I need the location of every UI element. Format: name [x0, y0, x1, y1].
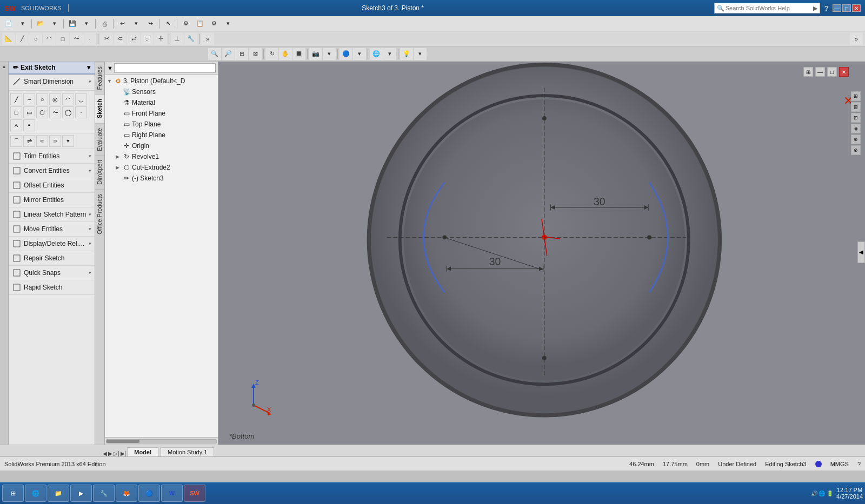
taskbar-ie[interactable]: 🌐	[25, 485, 46, 502]
float-btn-1[interactable]: ⊞	[851, 91, 861, 101]
offset-btn[interactable]: ⊂	[36, 135, 48, 147]
item-expand[interactable]: ▶	[116, 165, 122, 170]
centerline-tool-btn[interactable]: ┄	[23, 93, 35, 105]
tool-rapid-sketch[interactable]: Rapid Sketch	[9, 280, 95, 295]
undo-dropdown[interactable]: ▾	[130, 18, 143, 30]
viewport-minimize[interactable]: —	[815, 67, 825, 77]
mirror-sketch-btn[interactable]: ⇌	[23, 135, 35, 147]
view-orient[interactable]: 📷	[309, 48, 322, 60]
section-view[interactable]: 🌐	[370, 48, 383, 60]
tool-arrow[interactable]: ▾	[89, 270, 91, 275]
tool-arrow[interactable]: ▾	[89, 212, 91, 217]
tool-arrow[interactable]: ▾	[89, 226, 91, 232]
redo-button[interactable]: ↪	[144, 18, 157, 30]
close-button[interactable]: ✕	[852, 4, 861, 12]
tree-scrollbar[interactable]	[105, 437, 218, 445]
tool-offset-entities[interactable]: Offset Entities	[9, 178, 95, 193]
split-btn[interactable]: ✦	[62, 135, 74, 147]
viewport-restore[interactable]: □	[827, 67, 837, 77]
options-button[interactable]: ⚙	[208, 18, 221, 30]
tab-model[interactable]: Model	[127, 447, 158, 456]
zoom-sheet[interactable]: ⊠	[249, 48, 262, 60]
taskbar-files[interactable]: 📁	[48, 485, 69, 502]
tool-mirror-entities[interactable]: Mirror Entities	[9, 193, 95, 207]
arc-tool-btn[interactable]: ◠	[62, 93, 74, 105]
taskbar-tools[interactable]: 🔧	[93, 485, 115, 502]
pattern-icon[interactable]: ::	[141, 33, 154, 45]
spline-icon[interactable]: 〜	[70, 33, 83, 45]
search-go[interactable]: ▶	[813, 5, 817, 12]
tree-item[interactable]: ▶ ⬡ Cut-Extrude2	[105, 162, 218, 173]
relations-icon[interactable]: ⊥	[171, 33, 184, 45]
point-tool-btn[interactable]: ·	[75, 106, 87, 118]
zoom-in[interactable]: 🔍	[208, 48, 221, 60]
viewport-close[interactable]: ✕	[839, 67, 849, 77]
print-button[interactable]: 🖨	[98, 18, 111, 30]
tree-item[interactable]: ✛ Origin	[105, 140, 218, 151]
repair-icon[interactable]: 🔧	[184, 33, 197, 45]
circle2-tool-btn[interactable]: ◎	[49, 93, 61, 105]
tool-trim-entities[interactable]: Trim Entities ▾	[9, 149, 95, 164]
arc-icon[interactable]: ◠	[43, 33, 56, 45]
expand-btn[interactable]: »	[850, 33, 863, 45]
start-button[interactable]: ⊞	[2, 485, 24, 502]
tab-office[interactable]: Office Products	[95, 189, 104, 239]
undo-button[interactable]: ↩	[116, 18, 129, 30]
tool-arrow[interactable]: ▾	[89, 153, 91, 159]
rect-icon[interactable]: □	[56, 33, 69, 45]
scrollbar-thumb[interactable]	[107, 440, 139, 443]
line-icon[interactable]: ╱	[16, 33, 29, 45]
tab-add[interactable]: ▶|	[121, 451, 127, 456]
root-expand[interactable]: ▼	[107, 78, 114, 84]
help-icon[interactable]: ?	[824, 4, 828, 12]
tree-item[interactable]: 📡 Sensors	[105, 86, 218, 97]
tool-convert-entities[interactable]: Convert Entities ▾	[9, 164, 95, 178]
rect2-tool-btn[interactable]: ▭	[23, 106, 35, 118]
tab-features[interactable]: Features	[95, 62, 104, 94]
tool-quick-snaps[interactable]: Quick Snaps ▾	[9, 266, 95, 280]
tree-item[interactable]: ✏ (-) Sketch3	[105, 173, 218, 184]
select-button[interactable]: ↖	[162, 18, 175, 30]
taskbar-firefox[interactable]: 🦊	[116, 485, 137, 502]
float-btn-2[interactable]: ⊠	[851, 102, 861, 112]
taskbar-chrome[interactable]: 🔵	[138, 485, 160, 502]
display-style[interactable]: 🔵	[340, 48, 352, 60]
save-dropdown[interactable]: ▾	[80, 18, 93, 30]
exit-arrow[interactable]: ▾	[87, 64, 90, 71]
smart-dimension-tool[interactable]: Smart Dimension ▾	[9, 75, 95, 89]
polygon-tool-btn[interactable]: ⬡	[36, 106, 48, 118]
save-button[interactable]: 💾	[66, 18, 79, 30]
text-tool-btn[interactable]: A	[10, 119, 22, 131]
lights-dropdown[interactable]: ▾	[414, 48, 427, 60]
trim-icon[interactable]: ✂	[100, 33, 113, 45]
tree-item[interactable]: ▭ Right Plane	[105, 130, 218, 140]
zoom-area[interactable]: 🔳	[292, 48, 305, 60]
zoom-out[interactable]: 🔎	[222, 48, 235, 60]
spline-tool-btn[interactable]: 〜	[49, 106, 61, 118]
tool-displaydelete-rel[interactable]: Display/Delete Rel.... ▾	[9, 237, 95, 251]
circle-icon[interactable]: ○	[29, 33, 42, 45]
exit-sketch-button[interactable]: ✏ Exit Sketch ▾	[9, 62, 95, 75]
tab-evaluate[interactable]: Evaluate	[95, 123, 104, 156]
new-button[interactable]: 📄	[2, 18, 15, 30]
rotate-view[interactable]: ↻	[265, 48, 278, 60]
more-tools[interactable]: »	[201, 33, 214, 45]
viewport[interactable]: 30 30 Z	[218, 62, 865, 445]
panel-collapse-arrow[interactable]: ◀	[857, 241, 865, 263]
lights-btn[interactable]: 💡	[400, 48, 413, 60]
mirror-icon[interactable]: ⇌	[127, 33, 140, 45]
tree-item[interactable]: ▶ ↻ Revolve1	[105, 151, 218, 162]
open-button[interactable]: 📂	[34, 18, 47, 30]
minimize-button[interactable]: —	[833, 4, 841, 12]
file-props[interactable]: 📋	[194, 18, 207, 30]
tree-item[interactable]: ⚗ Material	[105, 97, 218, 108]
line-tool-btn[interactable]: ╱	[10, 93, 22, 105]
zoom-fit[interactable]: ⊞	[235, 48, 248, 60]
tab-sketch[interactable]: Sketch	[95, 94, 104, 123]
help-search-input[interactable]	[726, 5, 812, 11]
tab-dimxpert[interactable]: DimXpert	[95, 155, 104, 189]
pan-view[interactable]: ✋	[279, 48, 292, 60]
arc2-tool-btn[interactable]: ◡	[75, 93, 87, 105]
tools-dropdown[interactable]: ▾	[222, 18, 235, 30]
help-search-box[interactable]: 🔍 ▶	[714, 3, 820, 14]
